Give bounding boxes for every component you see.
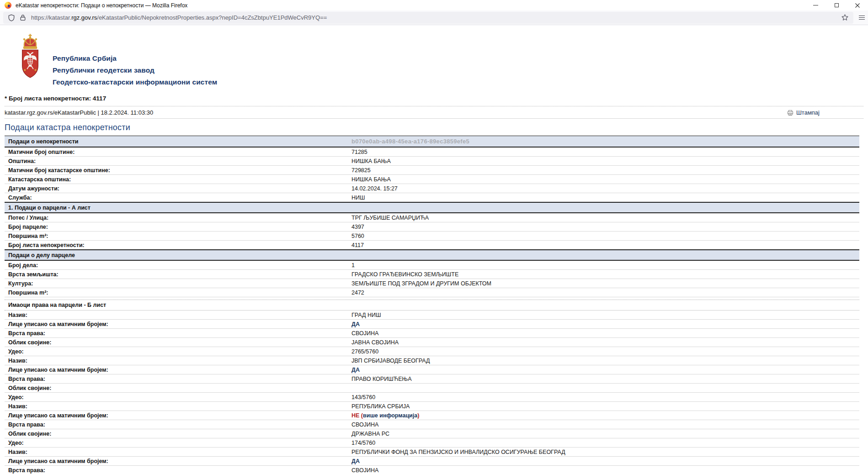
row-label: Лице уписано са матичним бројем:	[8, 321, 351, 327]
row-value: 143/5760	[351, 394, 375, 400]
table-row: Врста права:СВОЈИНА	[5, 466, 859, 474]
cadastre-table: Подаци о непокретностиb070e0ab-a498-45ea…	[5, 136, 859, 474]
shield-icon[interactable]	[8, 14, 15, 21]
table-row: Општина:НИШКА БАЊА	[5, 157, 859, 166]
table-row: Катастарска општина:НИШКА БАЊА	[5, 175, 859, 184]
table-row: Врста земљишта:ГРАДСКО ГРАЂЕВИНСКО ЗЕМЉИ…	[5, 270, 859, 279]
row-label: Назив:	[8, 358, 351, 364]
row-value: ДА	[351, 367, 360, 373]
table-row: Удео:2765/5760	[5, 347, 859, 356]
row-label: Удео:	[8, 348, 351, 355]
table-row: Култура:ЗЕМЉИШТЕ ПОД ЗГРАДОМ И ДРУГИМ ОБ…	[5, 279, 859, 288]
lock-icon[interactable]	[20, 14, 26, 21]
row-label: Врста права:	[8, 330, 351, 337]
table-row: Датум ажурности:14.02.2024. 15:27	[5, 184, 859, 193]
row-label: Површина m²:	[8, 290, 351, 296]
row-value: ТРГ ЉУБИШЕ САМАРЏИЋА	[351, 215, 429, 221]
value-part: )	[417, 412, 419, 419]
row-value: ЈАВНА СВОЈИНА	[351, 339, 399, 346]
table-row: Удео:143/5760	[5, 393, 859, 402]
row-value: ПРАВО КОРИШЋЕЊА	[351, 376, 412, 382]
row-value: 5760	[351, 233, 364, 239]
row-label: Назив:	[8, 312, 351, 318]
row-label: Број листа непокретности:	[8, 242, 351, 248]
sheet-number-line: * Број листа непокретности: 4117	[5, 95, 863, 102]
table-row: Назив:РЕПУБЛИКА СРБИЈА	[5, 402, 859, 411]
table-row: Број парцеле:4397	[5, 222, 859, 232]
print-link[interactable]: Штампај	[787, 109, 820, 116]
row-value: ДРЖАВНА РС	[351, 431, 389, 437]
table-row: Лице уписано са матичним бројем:ДА	[5, 365, 859, 374]
printer-icon	[787, 110, 793, 116]
section-header: 1. Подаци о парцели - А лист	[5, 202, 859, 213]
value-part: НЕ	[351, 412, 359, 419]
page-content: Република Србија Републички геодетски за…	[0, 33, 868, 474]
table-row: Назив:ЈВП СРБИЈАВОДЕ БЕОГРАД	[5, 356, 859, 365]
row-value: РЕПУБЛИЧКИ ФОНД ЗА ПЕНЗИЈСКО И ИНВАЛИДСК…	[351, 449, 565, 455]
table-row: Лице уписано са матичним бројем:ДА	[5, 320, 859, 329]
value-part: (	[359, 412, 363, 419]
row-value: 2472	[351, 290, 364, 296]
serbia-coat-of-arms	[18, 33, 42, 80]
minimize-button[interactable]	[805, 0, 826, 11]
row-label: Површина m²:	[8, 233, 351, 239]
row-value: СВОЈИНА	[351, 330, 378, 337]
row-value: 71285	[351, 149, 367, 155]
firefox-icon	[5, 2, 11, 9]
more-info-link[interactable]: више информација	[363, 412, 417, 419]
section-header: Подаци о непокретностиb070e0ab-a498-45ea…	[5, 136, 859, 147]
table-row: Облик својине:	[5, 384, 859, 393]
row-value: 2765/5760	[351, 348, 378, 355]
bookmark-star-icon[interactable]	[837, 14, 849, 21]
table-row: Потес / Улица:ТРГ ЉУБИШЕ САМАРЏИЋА	[5, 213, 859, 222]
print-label: Штампај	[796, 109, 820, 116]
row-value: ГРАДСКО ГРАЂЕВИНСКО ЗЕМЉИШТЕ	[351, 271, 458, 278]
section-title: Подаци о непокретности	[8, 138, 351, 145]
window-controls	[805, 0, 868, 11]
row-label: Лице уписано са матичним бројем:	[8, 367, 351, 373]
url-domain: rgz.gov.rs	[71, 14, 97, 21]
row-label: Врста права:	[8, 376, 351, 382]
row-value: 14.02.2024. 15:27	[351, 185, 398, 192]
row-value: 174/5760	[351, 440, 375, 446]
row-value: НИШКА БАЊА	[351, 158, 391, 164]
table-row: Број листа непокретности:4117	[5, 241, 859, 250]
close-button[interactable]	[847, 0, 868, 11]
row-value: ЈВП СРБИЈАВОДЕ БЕОГРАД	[351, 358, 430, 364]
table-row: Облик својине:ДРЖАВНА РС	[5, 429, 859, 438]
meta-row: katastar.rgz.gov.rs/eKatastarPublic | 18…	[5, 106, 863, 118]
restore-button[interactable]	[826, 0, 847, 11]
table-row: Назив:ГРАД НИШ	[5, 311, 859, 320]
table-row: Облик својине:ЈАВНА СВОЈИНА	[5, 338, 859, 347]
site-header: Република Србија Републички геодетски за…	[5, 33, 863, 88]
restore-icon	[835, 3, 839, 7]
table-row: Матични број општине:71285	[5, 147, 859, 157]
url-bar[interactable]: https://katastar.rgz.gov.rs/eKatastarPub…	[3, 12, 853, 24]
row-label: Врста права:	[8, 421, 351, 428]
table-row: Површина m²:5760	[5, 232, 859, 241]
table-row: Лице уписано са матичним бројем:ДА	[5, 457, 859, 466]
row-label: Лице уписано са матичним бројем:	[8, 458, 351, 464]
row-label: Матични број општине:	[8, 149, 351, 155]
page-title: Подаци катастра непокретности	[5, 123, 863, 132]
window-titlebar: eKatastar непокретности: Подаци о непокр…	[0, 0, 868, 11]
row-value: 1	[351, 262, 355, 269]
row-value: НИШКА БАЊА	[351, 176, 391, 183]
row-label: Удео:	[8, 394, 351, 400]
row-value: ДА	[351, 321, 360, 327]
row-label: Датум ажурности:	[8, 185, 351, 192]
row-label: Култура:	[8, 280, 351, 287]
close-icon	[855, 3, 860, 8]
url-text: https://katastar.rgz.gov.rs/eKatastarPub…	[31, 14, 837, 21]
section-header: Подаци о делу парцеле	[5, 249, 859, 261]
table-row: Назив:РЕПУБЛИЧКИ ФОНД ЗА ПЕНЗИЈСКО И ИНВ…	[5, 448, 859, 457]
row-value: НЕ (више информација)	[351, 412, 419, 419]
row-value: 4117	[351, 242, 364, 248]
menu-button[interactable]	[857, 16, 867, 19]
row-value: 729825	[351, 167, 371, 174]
row-value: ЗЕМЉИШТЕ ПОД ЗГРАДОМ И ДРУГИМ ОБЈЕКТОМ	[351, 280, 491, 287]
brand-line-3: Геодетско-катастарски информациони систе…	[53, 76, 217, 88]
brand-line-2: Републички геодетски завод	[53, 64, 217, 76]
row-value: НИШ	[351, 195, 365, 201]
table-row: Врста права:ПРАВО КОРИШЋЕЊА	[5, 374, 859, 384]
